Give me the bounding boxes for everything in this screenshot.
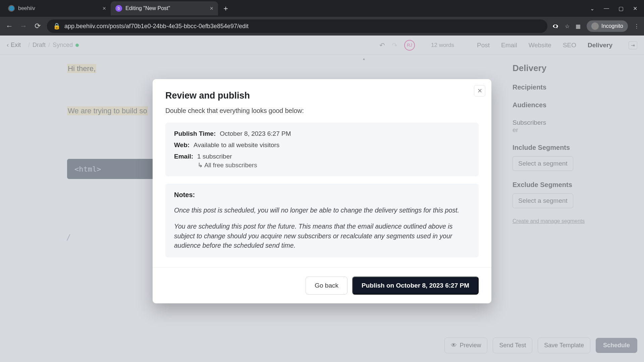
tab-title: beehiiv (18, 5, 35, 11)
modal-title: Review and publish (165, 90, 479, 101)
browser-tab-editing[interactable]: b Editing "New Post" × (111, 1, 218, 15)
browser-toolbar: ← → ⟳ 🔒 app.beehiiv.com/posts/af70b1e0-2… (0, 17, 644, 36)
app-root: ‹ Exit / Draft / Synced ↶ ↷ RJ 12 words … (0, 36, 644, 362)
email-detail-text: All free subscribers (204, 162, 257, 169)
modal-subtitle: Double check that everything looks good … (165, 107, 479, 115)
kebab-menu-icon[interactable]: ⋮ (634, 23, 639, 29)
modal-overlay: ✕ Review and publish Double check that e… (0, 36, 644, 362)
email-audience-detail: ↳ All free subscribers (198, 162, 470, 169)
modal-footer: Go back Publish on October 8, 2023 6:27 … (153, 267, 491, 303)
browser-tab-beehiiv[interactable]: 🌐 beehiiv × (3, 1, 111, 15)
star-icon[interactable]: ☆ (565, 23, 570, 29)
arrow-indent-icon: ↳ (198, 162, 204, 169)
browser-tabstrip: 🌐 beehiiv × b Editing "New Post" × ＋ ⌄ ―… (0, 0, 644, 17)
publish-button[interactable]: Publish on October 8, 2023 6:27 PM (352, 277, 479, 295)
lock-icon: 🔒 (53, 22, 60, 30)
minimize-icon[interactable]: ― (604, 5, 609, 12)
go-back-button[interactable]: Go back (306, 277, 347, 295)
maximize-icon[interactable]: ▢ (619, 5, 624, 12)
incognito-icon (591, 22, 599, 30)
publish-time-label: Publish Time: (174, 130, 216, 137)
chevron-down-icon[interactable]: ⌄ (590, 5, 594, 12)
publish-summary: Publish Time: October 8, 2023 6:27 PM We… (165, 123, 479, 176)
reload-icon[interactable]: ⟳ (33, 22, 42, 31)
forward-icon[interactable]: → (19, 22, 28, 31)
web-value: Available to all website visitors (194, 141, 279, 149)
note-text: You are scheduling this post for the fut… (174, 222, 470, 250)
extensions-icon[interactable]: ▦ (576, 23, 581, 29)
notes-title: Notes: (174, 191, 470, 199)
incognito-label: Incognito (601, 23, 623, 29)
app-favicon-icon: b (115, 5, 122, 12)
note-text: Once this post is scheduled, you will no… (174, 205, 470, 215)
publish-modal: ✕ Review and publish Double check that e… (153, 79, 491, 303)
close-icon[interactable]: × (210, 5, 213, 12)
url-bar[interactable]: 🔒 app.beehiiv.com/posts/af70b1e0-24bb-4e… (47, 19, 547, 33)
modal-close-button[interactable]: ✕ (474, 85, 485, 97)
tracking-off-icon[interactable]: 👁‍🗨 (552, 23, 559, 29)
url-text: app.beehiiv.com/posts/af70b1e0-24bb-4e35… (64, 23, 249, 30)
globe-icon: 🌐 (8, 5, 15, 12)
close-icon[interactable]: × (102, 5, 106, 12)
close-icon: ✕ (477, 87, 482, 95)
publish-time-value: October 8, 2023 6:27 PM (220, 130, 291, 137)
back-icon[interactable]: ← (5, 22, 14, 31)
email-value: 1 subscriber (197, 153, 232, 160)
tab-title: Editing "New Post" (125, 5, 170, 11)
incognito-badge[interactable]: Incognito (587, 20, 628, 32)
web-label: Web: (174, 141, 190, 149)
notes-card: Notes: Once this post is scheduled, you … (165, 184, 479, 257)
window-close-icon[interactable]: ✕ (633, 5, 637, 12)
new-tab-button[interactable]: ＋ (218, 3, 233, 13)
email-label: Email: (174, 153, 193, 160)
window-controls: ⌄ ― ▢ ✕ (590, 5, 644, 12)
